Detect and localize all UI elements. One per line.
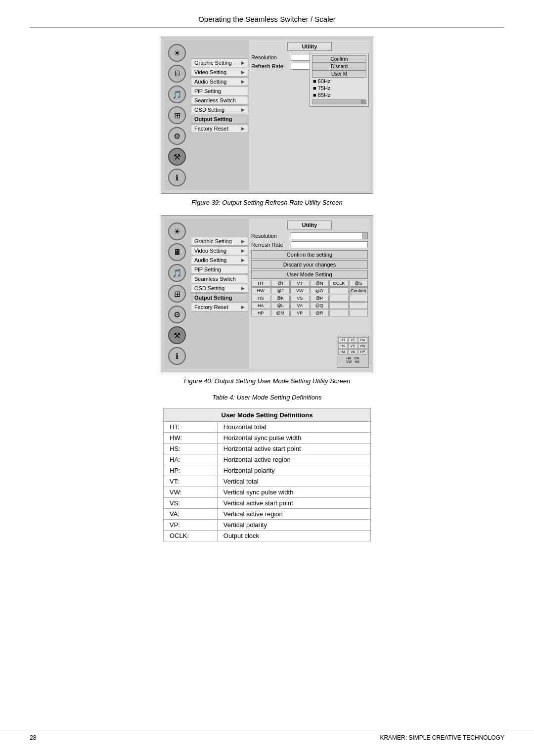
menu-item-graphic[interactable]: Graphic Setting▶ (191, 58, 248, 67)
menu-column-40: Graphic Setting▶ Video Setting▶ Audio Se… (190, 219, 249, 369)
cell-ha: HA (251, 302, 270, 309)
table-row: HS:Horizontal active start point (164, 444, 371, 454)
desc-cell: Vertical active region (217, 509, 370, 520)
user-mode-setting-btn[interactable]: User Mode Setting (251, 270, 368, 279)
icon-switch-40: ⚙ (168, 306, 186, 323)
abbr-cell: VP: (164, 520, 218, 531)
cell-empty6 (329, 310, 349, 316)
menu40-seamless[interactable]: Seamless Switch (191, 274, 248, 283)
icon-column-39: ☀ 🖥 🎵 ⊞ ⚙ ⚒ ℹ (164, 40, 190, 190)
figure39-container: ☀ 🖥 🎵 ⊞ ⚙ ⚒ ℹ Graphic Setting▶ Video Set… (30, 37, 504, 206)
desc-cell: Horizontal total (217, 422, 370, 433)
desc-cell: Horizontal active start point (217, 444, 370, 454)
table4-caption: Table 4: User Mode Setting Definitions (30, 394, 504, 401)
menu-item-osd[interactable]: OSD Setting▶ (191, 105, 248, 114)
cell-hs: HS (251, 295, 270, 302)
cell-at-r: @R (310, 310, 329, 316)
abbr-cell: OCLK: (164, 531, 218, 541)
icon-pip: ⊞ (168, 106, 186, 124)
company-name: KRAMER: SIMPLE CREATIVE TECHNOLOGY (380, 734, 504, 741)
hz-75: ■ 75Hz (312, 85, 366, 91)
menu40-pip[interactable]: PiP Setting (191, 265, 248, 274)
icon-sun-40: ☀ (168, 222, 186, 240)
table-row: HW:Horizontal sync pulse width (164, 433, 371, 444)
utility-bar-39: Utility (287, 42, 332, 51)
cell-hw: HW (251, 287, 270, 294)
table-row: HT:Horizontal total (164, 422, 371, 433)
cell-empty1 (329, 287, 349, 294)
cell-vp: VP (290, 310, 310, 316)
cell-at-i: @I (271, 280, 290, 287)
cell-at-j: @J (271, 287, 290, 294)
refresh-row-40: Refresh Rate (251, 241, 368, 248)
definitions-table: User Mode Setting Definitions HT:Horizon… (163, 408, 371, 541)
desc-cell: Output clock (217, 531, 370, 541)
content-area-40: Utility Resolution Refresh Rate Confirm … (249, 219, 370, 369)
menu-item-audio[interactable]: Audio Setting▶ (191, 77, 248, 86)
cell-vt: VT (290, 280, 310, 287)
menu40-graphic[interactable]: Graphic Setting▶ (191, 237, 248, 246)
icon-monitor-40: 🖥 (168, 243, 186, 261)
abbr-cell: HA: (164, 454, 218, 465)
hz-60: ■ 60Hz (312, 78, 366, 85)
cell-at-s: @S (349, 280, 368, 287)
table-row: VT:Vertical total (164, 476, 371, 487)
utility-bar-40: Utility (287, 221, 332, 229)
icon-output-40: ⚒ (168, 326, 186, 344)
cell-empty2 (329, 295, 349, 302)
cell-confirm[interactable]: Confirm (349, 287, 368, 294)
icon-info: ℹ (168, 169, 186, 186)
menu-item-factory[interactable]: Factory Reset▶ (191, 124, 248, 133)
desc-cell: Horizontal active region (217, 454, 370, 465)
cell-empty5 (349, 302, 368, 309)
figure39-caption: Figure 39: Output Setting Refresh Rate U… (191, 199, 343, 206)
cell-vs: VS (290, 295, 310, 302)
table-row: HA:Horizontal active region (164, 454, 371, 465)
abbr-cell: VT: (164, 476, 218, 487)
resolution-row-40: Resolution (251, 232, 368, 239)
table4-wrapper: User Mode Setting Definitions HT:Horizon… (30, 403, 504, 546)
cell-va: VA (290, 302, 310, 309)
abbr-cell: VS: (164, 498, 218, 509)
menu40-osd[interactable]: OSD Setting▶ (191, 284, 248, 293)
menu-item-output[interactable]: Output Setting (191, 115, 248, 124)
abbr-cell: HT: (164, 422, 218, 433)
desc-cell: Horizontal sync pulse width (217, 433, 370, 444)
figure40-caption: Figure 40: Output Setting User Mode Sett… (184, 377, 351, 385)
cell-hp: HP (251, 310, 270, 316)
cell-cclk: CCLK (329, 280, 349, 287)
confirm-setting-btn[interactable]: Confirm the setting (251, 250, 368, 259)
menu-item-pip[interactable]: PiP Setting (191, 87, 248, 95)
discard-changes-btn[interactable]: Discard your changes (251, 260, 368, 269)
desc-cell: Horizontal polarity (217, 465, 370, 476)
icon-pip-40: ⊞ (168, 285, 186, 303)
table-row: VW:Vertical sync pulse width (164, 487, 371, 498)
table-row: VS:Vertical active start point (164, 498, 371, 509)
cell-at-p: @P (310, 295, 329, 302)
usermode-btn-39[interactable]: User M (312, 70, 366, 78)
menu40-video[interactable]: Video Setting▶ (191, 246, 248, 255)
confirm-btn-39[interactable]: Confirm (312, 55, 366, 63)
icon-audio: 🎵 (168, 86, 186, 103)
refresh-dropdown: Confirm Discard User M ■ 60Hz ■ 75Hz ■ 8… (310, 53, 369, 107)
abbr-cell: VA: (164, 509, 218, 520)
table-row: OCLK:Output clock (164, 531, 371, 541)
abbr-cell: HP: (164, 465, 218, 476)
menu40-factory[interactable]: Factory Reset▶ (191, 303, 248, 311)
menu40-output[interactable]: Output Setting (191, 293, 248, 302)
page-footer: 28 KRAMER: SIMPLE CREATIVE TECHNOLOGY (0, 730, 534, 741)
cell-at-l: @L (271, 302, 290, 309)
abbr-cell: HW: (164, 433, 218, 444)
desc-cell: Vertical polarity (217, 520, 370, 531)
menu-item-video[interactable]: Video Setting▶ (191, 68, 248, 77)
menu-item-seamless[interactable]: Seamless Switch (191, 96, 248, 105)
discard-btn-39[interactable]: Discard (312, 63, 366, 70)
figure39-screen: ☀ 🖥 🎵 ⊞ ⚙ ⚒ ℹ Graphic Setting▶ Video Set… (161, 37, 373, 194)
menu40-audio[interactable]: Audio Setting▶ (191, 256, 248, 265)
icon-column-40: ☀ 🖥 🎵 ⊞ ⚙ ⚒ ℹ (164, 219, 190, 369)
desc-cell: Vertical total (217, 476, 370, 487)
desc-cell: Vertical active start point (217, 498, 370, 509)
figure40-container: ☀ 🖥 🎵 ⊞ ⚙ ⚒ ℹ Graphic Setting▶ Video Set… (30, 215, 504, 385)
page-header: Operating the Seamless Switcher / Scaler (30, 15, 504, 28)
cell-at-k: @K (271, 295, 290, 302)
